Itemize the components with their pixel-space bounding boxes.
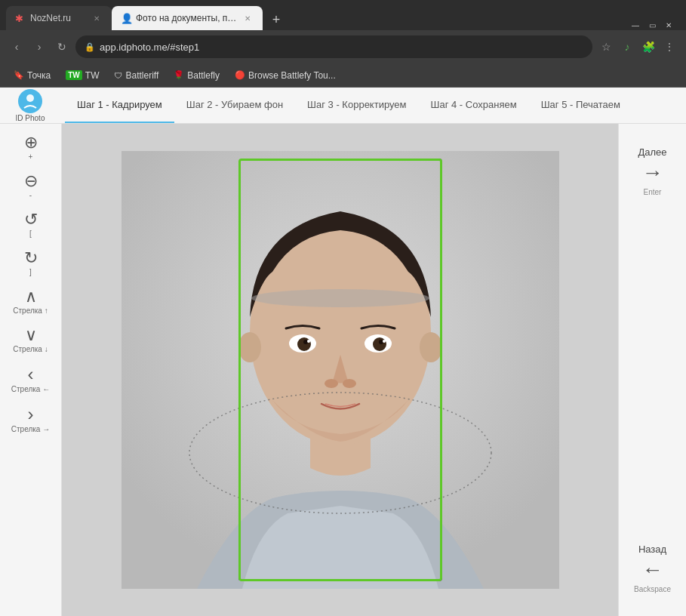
app-container: ID Photo Шаг 1 - Кадрируем Шаг 2 - Убира… xyxy=(0,88,686,616)
tab-idphoto-label: Фото на документы, паспорта, ... xyxy=(136,13,238,23)
arrow-right-button[interactable]: › Стрелка → xyxy=(5,401,57,438)
zoom-in-label: + xyxy=(29,152,33,161)
rotate-right-label: ] xyxy=(29,268,32,276)
svg-point-0 xyxy=(26,94,34,102)
tab-noznet-icon: ✱ xyxy=(15,13,26,23)
bookmark-battlefly[interactable]: 🌹 Battlefly xyxy=(168,69,226,82)
rotate-left-button[interactable]: ↺ [ xyxy=(5,207,57,242)
bookmark-battleriff[interactable]: 🛡 Battleriff xyxy=(108,69,165,82)
arrow-down-icon: ∨ xyxy=(25,327,37,343)
lock-icon: 🔒 xyxy=(85,42,95,52)
tab-bar: ✱ NozNet.ru ✕ 👤 Фото на документы, паспо… xyxy=(0,0,686,30)
step-tab-1-label: Шаг 1 - Кадрируем xyxy=(77,99,162,110)
back-button-label: Назад xyxy=(638,544,666,555)
window-maximize[interactable]: ▭ xyxy=(647,20,657,30)
rotate-left-label: [ xyxy=(29,229,32,238)
logo-text: ID Photo xyxy=(16,114,45,122)
right-panel: Далее → Enter Назад ← Backspace xyxy=(618,124,686,616)
tab-noznet-label: NozNet.ru xyxy=(30,13,88,23)
step-tab-5[interactable]: Шаг 5 - Печатаем xyxy=(529,88,632,123)
next-button[interactable]: Далее → Enter xyxy=(619,139,686,204)
logo-icon xyxy=(18,89,42,113)
zoom-out-icon: ⊖ xyxy=(24,173,38,189)
forward-nav-button[interactable]: › xyxy=(30,38,48,56)
canvas-area xyxy=(62,124,618,616)
arrow-up-button[interactable]: ∧ Стрелка ↑ xyxy=(5,284,57,319)
arrow-down-label: Стрелка ↓ xyxy=(13,345,48,353)
window-close[interactable]: ✕ xyxy=(663,20,674,30)
tab-noznet[interactable]: ✱ NozNet.ru ✕ xyxy=(6,6,112,30)
rotate-left-icon: ↺ xyxy=(24,211,38,228)
bookmark-tochka-icon: 🔖 xyxy=(14,70,24,80)
rotate-right-icon: ↻ xyxy=(24,250,38,266)
arrow-right-label: Стрелка → xyxy=(11,425,50,433)
rotate-right-button[interactable]: ↻ ] xyxy=(5,245,57,281)
bookmark-battleriff-icon: 🛡 xyxy=(114,71,122,80)
step-tab-4-label: Шаг 4 - Сохраняем xyxy=(431,99,517,110)
zoom-in-button[interactable]: ⊕ + xyxy=(5,130,57,165)
tab-idphoto-icon: 👤 xyxy=(121,13,131,23)
step-tab-4[interactable]: Шаг 4 - Сохраняем xyxy=(419,88,529,123)
bookmark-tochka[interactable]: 🔖 Точка xyxy=(8,69,57,82)
left-toolbar: ⊕ + ⊖ - ↺ [ ↻ ] ∧ Стрелка ↑ xyxy=(0,124,62,616)
step-tab-5-label: Шаг 5 - Печатаем xyxy=(541,99,620,110)
step-tab-1[interactable]: Шаг 1 - Кадрируем xyxy=(65,88,174,123)
bookmark-battleriff-label: Battleriff xyxy=(125,70,158,81)
bookmark-browse-battlefy-icon: 🔴 xyxy=(235,70,245,80)
step-tab-3-label: Шаг 3 - Корректируем xyxy=(307,99,406,110)
arrow-left-label: Стрелка ← xyxy=(11,385,50,393)
app-logo: ID Photo xyxy=(8,89,53,122)
zoom-out-label: - xyxy=(29,191,32,199)
music-ext-icon[interactable]: ♪ xyxy=(618,38,636,56)
address-bar[interactable]: 🔒 app.idphoto.me/#step1 xyxy=(75,35,592,58)
zoom-out-button[interactable]: ⊖ - xyxy=(5,168,57,204)
back-button[interactable]: Назад ← Backspace xyxy=(619,536,686,601)
bookmark-battlefly-label: Battlefly xyxy=(187,70,220,81)
next-button-label: Далее xyxy=(638,146,666,158)
browser-menu-icon[interactable]: ⋮ xyxy=(660,38,678,56)
next-button-key: Enter xyxy=(644,188,662,196)
bookmark-tw[interactable]: TW TW xyxy=(60,69,105,82)
bookmark-browse-battlefy[interactable]: 🔴 Browse Battlefy Tou... xyxy=(229,69,342,82)
bookmark-tw-icon: TW xyxy=(66,70,82,80)
bookmark-tochka-label: Точка xyxy=(27,70,51,81)
step-tab-3[interactable]: Шаг 3 - Корректируем xyxy=(295,88,418,123)
back-button-key: Backspace xyxy=(634,585,671,593)
arrow-up-icon: ∧ xyxy=(25,288,37,305)
bookmark-tw-label: TW xyxy=(85,70,100,81)
tab-idphoto[interactable]: 👤 Фото на документы, паспорта, ... ✕ xyxy=(112,6,263,30)
browser-window: ✱ NozNet.ru ✕ 👤 Фото на документы, паспо… xyxy=(0,0,686,616)
tab-noznet-close[interactable]: ✕ xyxy=(91,12,103,24)
step-tabs: ID Photo Шаг 1 - Кадрируем Шаг 2 - Убира… xyxy=(0,88,686,124)
new-tab-button[interactable]: + xyxy=(266,9,287,30)
step-tab-2-label: Шаг 2 - Убираем фон xyxy=(186,99,283,110)
window-minimize[interactable]: — xyxy=(630,20,641,30)
crop-border xyxy=(238,159,442,581)
arrow-left-button[interactable]: ‹ Стрелка ← xyxy=(5,361,57,398)
browser-toolbar-icons: ☆ ♪ 🧩 ⋮ xyxy=(597,38,678,56)
star-icon[interactable]: ☆ xyxy=(597,38,615,56)
photo-container xyxy=(122,151,559,589)
main-area: ⊕ + ⊖ - ↺ [ ↻ ] ∧ Стрелка ↑ xyxy=(0,124,686,616)
arrow-down-button[interactable]: ∨ Стрелка ↓ xyxy=(5,322,57,358)
back-nav-button[interactable]: ‹ xyxy=(8,38,26,56)
back-arrow-icon: ← xyxy=(642,558,663,582)
step-tab-2[interactable]: Шаг 2 - Убираем фон xyxy=(174,88,295,123)
next-arrow-icon: → xyxy=(642,161,663,185)
window-controls: — ▭ ✕ xyxy=(630,20,680,30)
address-text: app.idphoto.me/#step1 xyxy=(100,42,199,53)
bookmark-browse-battlefy-label: Browse Battlefy Tou... xyxy=(248,70,336,81)
arrow-left-icon: ‹ xyxy=(28,365,34,383)
puzzle-icon[interactable]: 🧩 xyxy=(639,38,657,56)
bookmarks-bar: 🔖 Точка TW TW 🛡 Battleriff 🌹 Battlefly 🔴… xyxy=(0,63,686,88)
bookmark-battlefly-icon: 🌹 xyxy=(174,70,184,80)
arrow-right-icon: › xyxy=(28,405,34,424)
reload-button[interactable]: ↻ xyxy=(53,38,71,56)
arrow-up-label: Стрелка ↑ xyxy=(13,306,48,315)
zoom-in-icon: ⊕ xyxy=(24,134,38,151)
tab-idphoto-close[interactable]: ✕ xyxy=(241,12,254,24)
address-bar-row: ‹ › ↻ 🔒 app.idphoto.me/#step1 ☆ ♪ 🧩 ⋮ xyxy=(0,30,686,63)
